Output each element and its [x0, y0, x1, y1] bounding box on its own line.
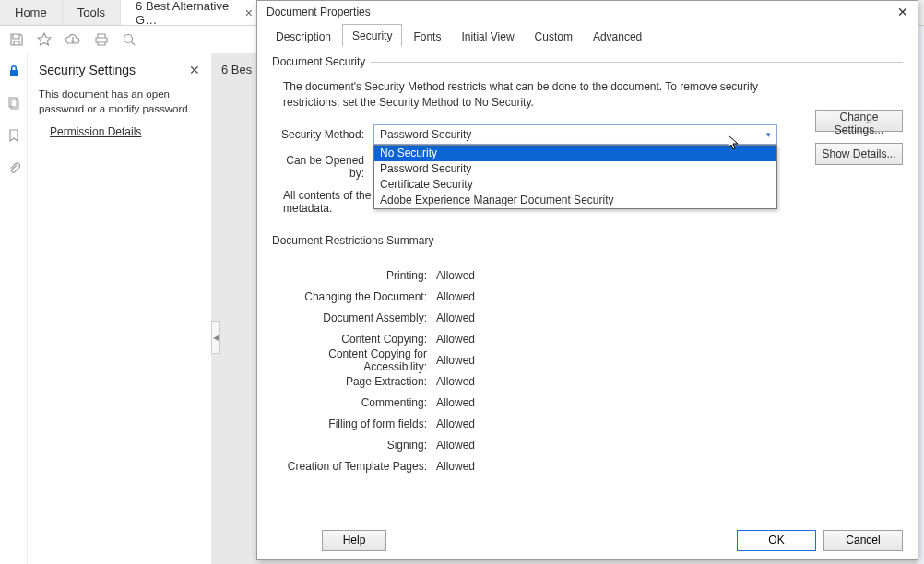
close-icon[interactable]: × — [245, 6, 253, 19]
document-properties-dialog: Document Properties ✕ Description Securi… — [256, 0, 918, 560]
bookmark-icon[interactable] — [7, 129, 20, 145]
doc-visible-text: 6 Bes — [221, 63, 252, 76]
cloud-icon[interactable] — [65, 32, 81, 47]
help-button[interactable]: Help — [322, 530, 386, 551]
restrict-row: Content Copying for Accessibility:Allowe… — [272, 350, 903, 371]
dialog-body: Change Settings... Show Details... Docum… — [257, 47, 918, 521]
restrict-label: Content Copying: — [272, 333, 436, 346]
svg-point-0 — [124, 34, 133, 42]
side-panel: Security Settings ✕ This document has an… — [28, 53, 212, 564]
restrict-row: Signing:Allowed — [272, 435, 903, 456]
tab-description[interactable]: Description — [267, 26, 340, 47]
search-icon[interactable] — [122, 32, 136, 47]
dialog-tabs: Description Security Fonts Initial View … — [257, 23, 918, 47]
close-icon[interactable]: ✕ — [897, 5, 908, 19]
restrict-row: Commenting:Allowed — [272, 393, 903, 414]
restrictions-title: Document Restrictions Summary — [272, 234, 439, 247]
pages-icon[interactable] — [7, 97, 20, 112]
dialog-title: Document Properties — [267, 6, 371, 18]
security-method-combo[interactable]: Password Security ▾ No Security Password… — [373, 124, 777, 145]
save-icon[interactable] — [9, 32, 24, 47]
side-panel-title: Security Settings — [39, 63, 136, 77]
restrict-label: Printing: — [272, 269, 436, 282]
tab-document[interactable]: 6 Best Alternative G… × — [121, 0, 268, 25]
svg-line-1 — [132, 41, 136, 45]
restrict-label: Commenting: — [272, 396, 436, 409]
document-security-group: Document Security The document's Securit… — [272, 62, 903, 215]
combo-display[interactable]: Password Security — [373, 124, 777, 145]
restrict-value: Allowed — [436, 354, 475, 367]
restrict-row: Document Assembly:Allowed — [272, 308, 903, 329]
restrict-row: Printing:Allowed — [272, 265, 903, 287]
star-icon[interactable] — [37, 32, 52, 47]
dropdown-option-password-security[interactable]: Password Security — [374, 161, 776, 177]
restrict-label: Page Extraction: — [272, 375, 436, 388]
restrict-row: Filling of form fields:Allowed — [272, 414, 903, 435]
lock-icon[interactable] — [7, 65, 20, 80]
dropdown-option-no-security[interactable]: No Security — [374, 146, 776, 161]
side-panel-header: Security Settings ✕ — [39, 63, 200, 77]
cancel-button[interactable]: Cancel — [823, 530, 903, 551]
left-rail — [0, 53, 28, 564]
restrictions-table: Printing:Allowed Changing the Document:A… — [272, 265, 903, 477]
restrictions-group: Document Restrictions Summary Printing:A… — [272, 241, 903, 477]
tab-tools[interactable]: Tools — [63, 0, 121, 25]
all-contents-line2: metadata. — [283, 202, 332, 215]
restrict-value: Allowed — [436, 290, 475, 303]
security-method-dropdown: No Security Password Security Certificat… — [373, 145, 777, 209]
restrict-row: Page Extraction:Allowed — [272, 371, 903, 393]
dropdown-option-certificate-security[interactable]: Certificate Security — [374, 177, 776, 193]
combo-value: Password Security — [380, 128, 471, 141]
ok-button[interactable]: OK — [737, 530, 816, 551]
restrict-row: Changing the Document:Allowed — [272, 287, 903, 308]
chevron-down-icon[interactable]: ▾ — [761, 126, 776, 143]
side-panel-body: This document has an open password or a … — [39, 87, 200, 116]
restrict-value: Allowed — [436, 396, 475, 409]
security-method-label: Security Method: — [272, 128, 373, 141]
restrict-value: Allowed — [436, 375, 475, 388]
tab-fonts[interactable]: Fonts — [404, 26, 450, 47]
restrict-label: Filling of form fields: — [272, 417, 436, 430]
collapse-handle[interactable]: ◀ — [211, 321, 220, 354]
restrict-value: Allowed — [436, 460, 475, 473]
dropdown-option-aem-security[interactable]: Adobe Experience Manager Document Securi… — [374, 193, 776, 208]
restrict-value: Allowed — [436, 333, 475, 346]
restrict-value: Allowed — [436, 311, 475, 324]
can-be-opened-label: Can be Opened by: — [272, 154, 373, 180]
restrict-label: Document Assembly: — [272, 311, 436, 324]
dialog-footer: Help OK Cancel — [257, 521, 918, 559]
print-icon[interactable] — [94, 32, 109, 47]
group-title: Document Security — [272, 55, 371, 68]
restrict-value: Allowed — [436, 417, 475, 430]
restrict-value: Allowed — [436, 439, 475, 452]
tab-initial-view[interactable]: Initial View — [452, 26, 523, 47]
tab-security[interactable]: Security — [342, 24, 402, 47]
restrict-label: Creation of Template Pages: — [272, 460, 436, 473]
security-info-text: The document's Security Method restricts… — [283, 79, 763, 112]
attachment-icon[interactable] — [7, 161, 20, 177]
security-method-row: Security Method: Password Security ▾ No … — [272, 124, 903, 145]
restrict-row: Creation of Template Pages:Allowed — [272, 456, 903, 477]
dialog-titlebar[interactable]: Document Properties ✕ — [257, 1, 918, 23]
restrict-label: Signing: — [272, 439, 436, 452]
restrict-label: Content Copying for Accessibility: — [272, 347, 436, 373]
permission-details-link[interactable]: Permission Details — [50, 125, 141, 138]
tab-document-label: 6 Best Alternative G… — [136, 0, 238, 27]
close-icon[interactable]: ✕ — [189, 63, 200, 77]
restrict-value: Allowed — [436, 269, 475, 282]
restrict-label: Changing the Document: — [272, 290, 436, 303]
tab-advanced[interactable]: Advanced — [584, 26, 651, 47]
tab-custom[interactable]: Custom — [526, 26, 582, 47]
tab-home[interactable]: Home — [0, 0, 63, 25]
